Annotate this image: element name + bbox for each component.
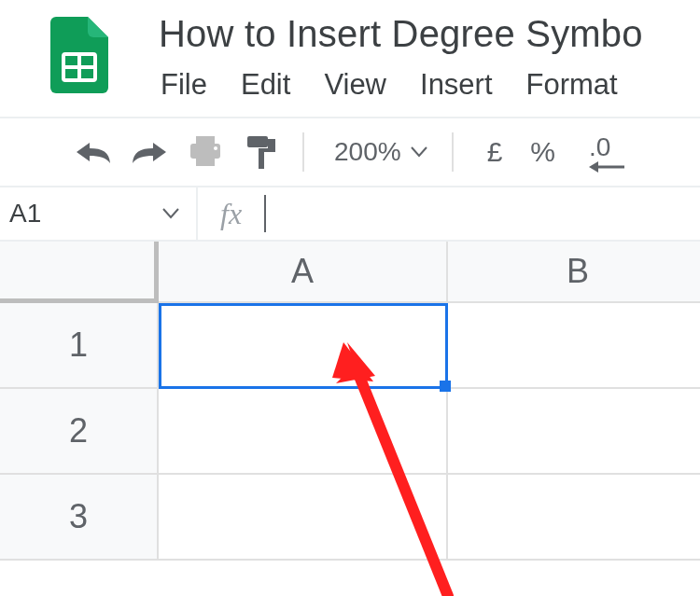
sheets-logo-icon[interactable] — [50, 17, 108, 93]
cell-A2[interactable] — [159, 389, 448, 475]
svg-rect-5 — [196, 155, 215, 166]
fx-icon: fx — [196, 187, 259, 240]
toolbar-separator — [452, 132, 454, 172]
caret-down-icon — [411, 146, 427, 158]
formula-bar-row: A1 fx — [0, 187, 700, 242]
svg-point-6 — [214, 146, 217, 150]
cell-B3[interactable] — [448, 475, 700, 561]
title-area: How to Insert Degree Symbo File Edit Vie… — [159, 11, 700, 117]
select-all-corner[interactable] — [0, 242, 159, 303]
formula-input[interactable] — [266, 187, 700, 240]
name-box[interactable]: A1 — [0, 199, 196, 229]
row-header-2[interactable]: 2 — [0, 389, 159, 475]
caret-down-icon — [162, 208, 179, 219]
document-title[interactable]: How to Insert Degree Symbo — [159, 11, 700, 55]
header: How to Insert Degree Symbo File Edit Vie… — [0, 0, 700, 117]
cell-B2[interactable] — [448, 389, 700, 475]
fill-handle[interactable] — [440, 381, 451, 392]
zoom-value: 200% — [334, 137, 401, 167]
cell-B1[interactable] — [448, 303, 700, 389]
redo-button[interactable] — [121, 129, 177, 175]
name-box-value: A1 — [9, 199, 41, 229]
decrease-decimal-button[interactable]: .0 — [583, 129, 630, 175]
print-button[interactable] — [177, 129, 233, 175]
zoom-dropdown[interactable]: 200% — [317, 137, 439, 167]
toolbar-separator — [302, 132, 304, 172]
menubar: File Edit View Insert Format — [159, 55, 700, 117]
row-header-1[interactable]: 1 — [0, 303, 159, 389]
menu-view[interactable]: View — [324, 68, 386, 102]
column-header-A[interactable]: A — [159, 242, 448, 303]
menu-format[interactable]: Format — [526, 68, 618, 102]
svg-rect-3 — [196, 136, 215, 144]
undo-button[interactable] — [65, 129, 121, 175]
currency-format-button[interactable]: £ — [487, 136, 503, 168]
toolbar: 200% £ % .0 — [0, 117, 700, 187]
cell-A3[interactable] — [159, 475, 448, 561]
row-header-3[interactable]: 3 — [0, 475, 159, 561]
menu-edit[interactable]: Edit — [241, 68, 290, 102]
percent-format-button[interactable]: % — [530, 136, 555, 168]
menu-file[interactable]: File — [161, 68, 207, 102]
menu-insert[interactable]: Insert — [420, 68, 493, 102]
column-header-B[interactable]: B — [448, 242, 700, 303]
svg-rect-7 — [247, 136, 268, 147]
app-logo-wrap — [0, 11, 159, 93]
selection-overlay — [159, 303, 448, 389]
paint-format-button[interactable] — [233, 129, 289, 175]
spreadsheet-grid[interactable]: A B 1 2 3 — [0, 242, 700, 596]
